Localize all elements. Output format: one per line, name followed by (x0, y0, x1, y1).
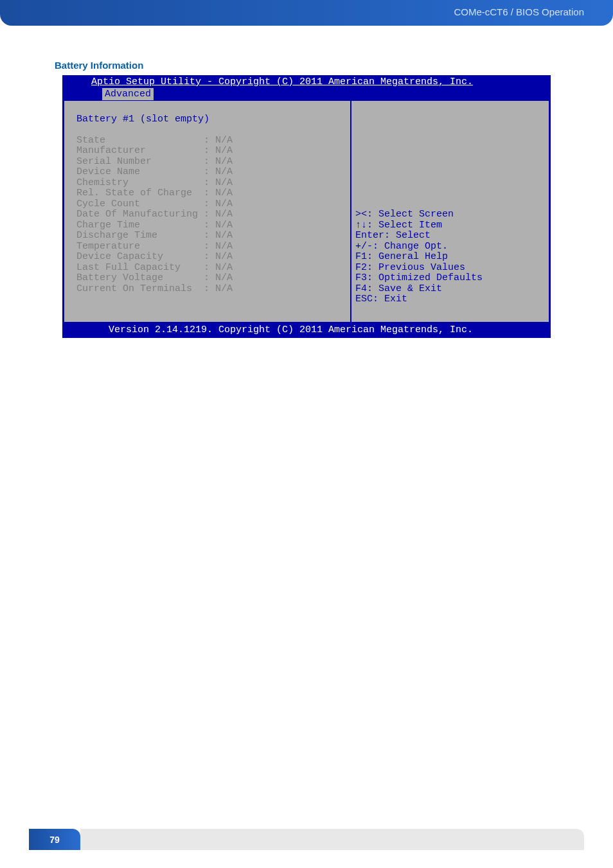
field-label: Manufacturer (76, 145, 146, 156)
list-item: Battery Voltage : N/A (71, 272, 233, 283)
bios-title: .....Aptio Setup Utility - Copyright (C)… (62, 75, 551, 88)
list-item: Date Of Manufacturing : N/A (71, 209, 233, 220)
list-item: Serial Number : N/A (71, 156, 233, 167)
field-label: Serial Number (76, 156, 152, 167)
field-value: N/A (215, 251, 233, 262)
pane-title: Battery #1 (slot empty) (71, 114, 209, 125)
help-blank (355, 199, 361, 209)
field-value: N/A (215, 199, 233, 209)
field-label: Last Full Capacity (76, 262, 181, 273)
help-line: ESC: Exit (355, 294, 407, 305)
list-item: Last Full Capacity : N/A (71, 262, 233, 273)
help-line: ><: Select Screen (355, 209, 454, 220)
help-blank (355, 188, 361, 199)
list-item: Manufacturer : N/A (71, 145, 233, 156)
help-line: F1: General Help (355, 251, 448, 262)
list-item: Temperature : N/A (71, 241, 233, 252)
field-label: Temperature (76, 241, 140, 252)
bios-footer: ........Version 2.14.1219. Copyright (C)… (62, 324, 551, 338)
field-label: Chemistry (76, 177, 129, 188)
section-title: Battery Information (55, 60, 143, 71)
page-header-bar: COMe-cCT6 / BIOS Operation (0, 0, 613, 26)
list-item: Device Name : N/A (71, 166, 233, 177)
field-value: N/A (215, 209, 233, 220)
help-line: F3: Optimized Defaults (355, 272, 483, 283)
list-item: Discharge Time : N/A (71, 230, 233, 241)
field-label: Discharge Time (76, 230, 157, 241)
list-item: Rel. State of Charge : N/A (71, 188, 233, 199)
help-blank (355, 156, 361, 167)
field-value: N/A (215, 220, 233, 231)
field-label: Cycle Count (76, 199, 140, 209)
field-value: N/A (215, 241, 233, 252)
list-item: Chemistry : N/A (71, 177, 233, 188)
field-value: N/A (215, 262, 233, 273)
help-line: F2: Previous Values (355, 262, 465, 273)
field-value: N/A (215, 166, 233, 177)
list-item: State : N/A (71, 135, 233, 146)
bios-left-pane: Battery #1 (slot empty) State : N/A Manu… (64, 101, 351, 322)
field-label: Device Capacity (76, 251, 163, 262)
field-label: Rel. State of Charge (76, 188, 192, 199)
field-value: N/A (215, 283, 233, 294)
bios-tab-row: Advanced (62, 88, 551, 101)
help-blank (355, 135, 361, 146)
page-footer-strip (80, 829, 584, 850)
list-item: Charge Time : N/A (71, 220, 233, 231)
field-label: Battery Voltage (76, 272, 163, 283)
tab-advanced[interactable]: Advanced (102, 88, 154, 100)
field-value: N/A (215, 272, 233, 283)
field-value: N/A (215, 135, 233, 146)
field-value: N/A (215, 156, 233, 167)
bios-body: Battery #1 (slot empty) State : N/A Manu… (62, 101, 551, 324)
list-item: Current On Terminals : N/A (71, 283, 233, 294)
field-value: N/A (215, 145, 233, 156)
help-blank (355, 145, 361, 156)
breadcrumb: COMe-cCT6 / BIOS Operation (454, 6, 584, 17)
help-blank (355, 114, 361, 125)
bios-help-pane: ><: Select Screen ↑↓: Select Item Enter:… (351, 101, 549, 322)
list-item: Cycle Count : N/A (71, 199, 233, 209)
help-blank (355, 177, 361, 188)
field-value: N/A (215, 188, 233, 199)
field-value: N/A (215, 177, 233, 188)
field-label: State (76, 135, 105, 146)
help-line: F4: Save & Exit (355, 283, 442, 294)
field-label: Date Of Manufacturing (76, 209, 198, 220)
list-item: Device Capacity : N/A (71, 251, 233, 262)
document-page: COMe-cCT6 / BIOS Operation Battery Infor… (0, 0, 613, 868)
help-line: Enter: Select (355, 230, 431, 241)
help-blank (355, 124, 361, 135)
field-label: Device Name (76, 166, 140, 177)
bios-screenshot: .....Aptio Setup Utility - Copyright (C)… (62, 75, 551, 338)
help-line: ↑↓: Select Item (355, 220, 442, 231)
help-blank (355, 166, 361, 177)
field-label: Charge Time (76, 220, 140, 231)
field-label: Current On Terminals (76, 283, 192, 294)
help-line: +/-: Change Opt. (355, 241, 448, 252)
field-value: N/A (215, 230, 233, 241)
page-number: 79 (29, 829, 80, 850)
